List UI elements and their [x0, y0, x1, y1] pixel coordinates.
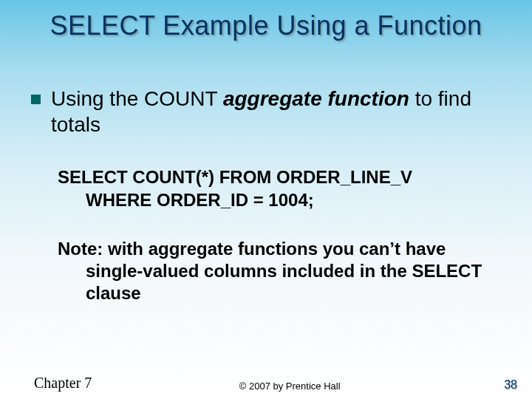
- square-bullet-icon: [31, 95, 41, 104]
- copyright-text: © 2007 by Prentice Hall: [92, 381, 488, 392]
- slide-footer: Chapter 7 © 2007 by Prentice Hall 38: [0, 375, 532, 392]
- note-text: Note: with aggregate functions you can’t…: [58, 238, 510, 304]
- note-line-2: single-valued columns included in the SE…: [58, 260, 502, 304]
- sql-code: SELECT COUNT(*) FROM ORDER_LINE_V WHERE …: [58, 166, 510, 211]
- bullet-text: Using the COUNT aggregate function to fi…: [51, 86, 510, 137]
- note-line-1: Note: with aggregate functions you can’t…: [58, 238, 502, 260]
- sql-line-2: WHERE ORDER_ID = 1004;: [58, 188, 510, 211]
- sql-line-1: SELECT COUNT(*) FROM ORDER_LINE_V: [58, 166, 510, 188]
- slide-title: SELECT Example Using a Function: [0, 0, 532, 41]
- slide-body: Using the COUNT aggregate function to fi…: [0, 41, 532, 304]
- chapter-label: Chapter 7: [34, 375, 92, 392]
- bullet-item: Using the COUNT aggregate function to fi…: [31, 86, 510, 137]
- bullet-text-emph: aggregate function: [223, 87, 409, 110]
- page-number: 38: [488, 378, 517, 392]
- bullet-text-pre: Using the COUNT: [51, 87, 223, 110]
